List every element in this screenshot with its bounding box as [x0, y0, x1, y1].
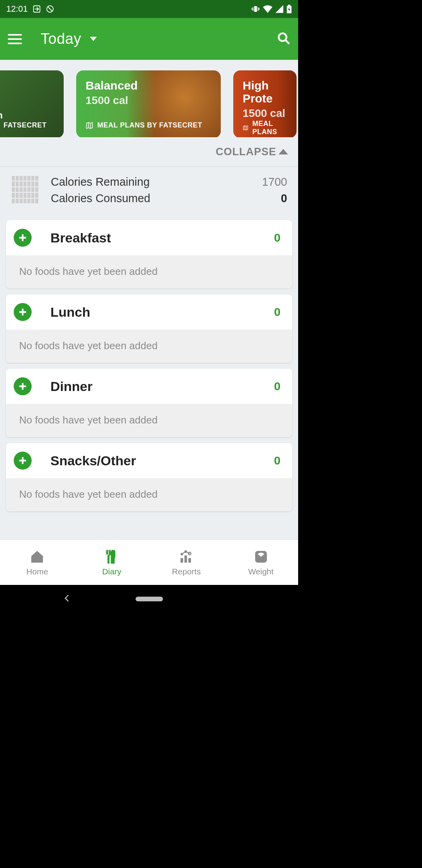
card-footer-text: MEAL PLANS BY FATSECRET	[97, 121, 202, 129]
meal-empty-text: No foods have yet been added	[6, 478, 292, 511]
svg-rect-5	[252, 8, 252, 10]
bottom-nav: Home Diary Reports Weight	[0, 540, 298, 585]
add-food-button[interactable]	[14, 377, 32, 395]
calories-remaining-value: 1700	[262, 174, 287, 190]
status-app-icon-2	[46, 5, 54, 13]
calories-summary[interactable]: Calories Remaining 1700 Calories Consume…	[0, 167, 298, 214]
collapse-label: COLLAPSE	[216, 146, 276, 158]
svg-rect-6	[259, 8, 259, 10]
meal-name[interactable]: Lunch	[50, 305, 274, 320]
card-title: High Prote	[243, 79, 287, 105]
card-title: an	[0, 110, 54, 120]
svg-rect-2	[254, 6, 257, 12]
card-subtitle: 1500 cal	[243, 107, 287, 120]
svg-point-9	[279, 33, 286, 41]
status-time: 12:01	[6, 4, 28, 14]
meal-calories: 0	[274, 380, 281, 393]
app-bar: Today	[0, 18, 298, 60]
signal-icon	[275, 5, 283, 13]
meal-lunch: Lunch 0 No foods have yet been added	[6, 294, 292, 363]
svg-rect-3	[253, 7, 254, 11]
svg-rect-22	[184, 555, 187, 562]
status-app-icon-1	[32, 5, 41, 13]
collapse-toggle[interactable]: COLLAPSE	[0, 137, 298, 167]
card-title: Balanced	[86, 79, 211, 92]
meal-plan-card[interactable]: Balanced 1500 cal MEAL PLANS BY FATSECRE…	[76, 70, 221, 137]
date-dropdown[interactable]: Today	[41, 30, 277, 47]
card-footer-text: FATSECRET	[4, 121, 46, 129]
menu-icon[interactable]	[8, 34, 22, 44]
nav-diary-label: Diary	[102, 567, 122, 576]
back-button[interactable]	[63, 594, 72, 604]
calories-remaining-label: Calories Remaining	[51, 174, 150, 190]
svg-line-10	[285, 40, 289, 44]
meal-plan-carousel[interactable]: an FATSECRET Balanced 1500 cal MEAL PLAN…	[0, 60, 298, 137]
svg-rect-23	[188, 558, 191, 563]
meal-name[interactable]: Dinner	[50, 379, 274, 394]
meal-calories: 0	[274, 231, 281, 244]
meal-name[interactable]: Snacks/Other	[50, 453, 274, 468]
meal-calories: 0	[274, 454, 281, 467]
meal-empty-text: No foods have yet been added	[6, 330, 292, 363]
chevron-down-icon	[90, 37, 97, 41]
nav-home[interactable]: Home	[0, 540, 75, 585]
nav-diary[interactable]: Diary	[75, 540, 149, 585]
calories-consumed-value: 0	[281, 190, 287, 206]
meal-plan-card[interactable]: an FATSECRET	[0, 70, 64, 137]
svg-rect-20	[113, 557, 114, 563]
calories-consumed-label: Calories Consumed	[51, 190, 150, 206]
battery-icon	[286, 5, 292, 13]
meal-name[interactable]: Breakfast	[50, 230, 274, 246]
add-food-button[interactable]	[14, 303, 32, 321]
home-pill[interactable]	[136, 597, 163, 601]
card-footer-text: MEAL PLANS	[252, 120, 287, 136]
nav-reports-label: Reports	[172, 567, 201, 576]
nav-weight-label: Weight	[248, 567, 274, 576]
map-icon	[86, 122, 93, 129]
card-footer: MEAL PLANS BY FATSECRET	[86, 121, 211, 129]
meal-dinner: Dinner 0 No foods have yet been added	[6, 369, 292, 437]
android-nav-bar	[0, 585, 298, 613]
calendar-grid-icon	[12, 176, 38, 203]
chevron-up-icon	[279, 149, 288, 154]
card-footer: FATSECRET	[0, 121, 54, 129]
card-subtitle: 1500 cal	[86, 94, 211, 107]
page-title: Today	[41, 30, 81, 47]
wifi-icon	[263, 5, 272, 13]
svg-rect-4	[258, 7, 259, 11]
meal-breakfast: Breakfast 0 No foods have yet been added	[6, 220, 292, 289]
meal-plan-card[interactable]: High Prote 1500 cal MEAL PLANS	[233, 70, 297, 137]
nav-home-label: Home	[26, 567, 48, 576]
meal-snacks: Snacks/Other 0 No foods have yet been ad…	[6, 443, 292, 511]
meal-empty-text: No foods have yet been added	[6, 255, 292, 289]
vibrate-icon	[251, 5, 260, 13]
add-food-button[interactable]	[14, 452, 32, 470]
add-food-button[interactable]	[14, 229, 32, 247]
nav-weight[interactable]: Weight	[224, 540, 298, 585]
svg-rect-8	[288, 5, 290, 6]
search-icon[interactable]	[277, 32, 290, 47]
status-bar: 12:01	[0, 0, 298, 18]
meal-calories: 0	[274, 305, 281, 319]
nav-reports[interactable]: Reports	[149, 540, 224, 585]
map-icon	[243, 124, 249, 132]
meal-empty-text: No foods have yet been added	[6, 404, 292, 437]
svg-rect-21	[181, 558, 183, 563]
card-footer: MEAL PLANS	[243, 120, 287, 136]
